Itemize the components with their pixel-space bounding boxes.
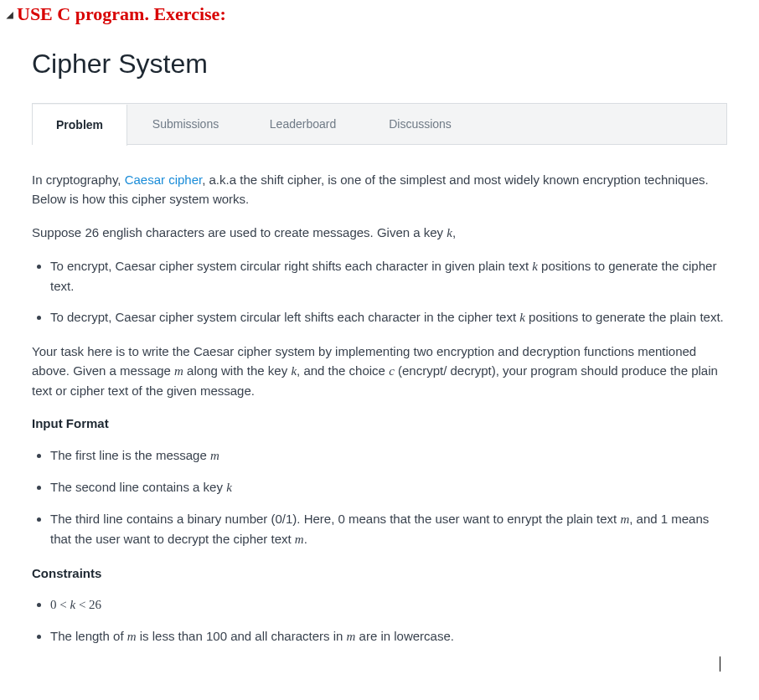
constraint-k-range: 0 < k < 26 <box>50 594 727 615</box>
var-m: m <box>174 364 183 378</box>
tab-submissions[interactable]: Submissions <box>127 104 245 144</box>
var-m: m <box>127 630 137 643</box>
var-k: k <box>226 481 232 494</box>
input-format-list: The first line is the message m The seco… <box>32 445 727 550</box>
input-line2: The second line contains a key k <box>50 477 727 497</box>
var-m: m <box>620 512 629 526</box>
operation-list: To encrypt, Caesar cipher system circula… <box>32 256 727 328</box>
instruction-bar: ◢ USE C program. Exercise: <box>0 0 759 28</box>
var-k: k <box>519 311 525 324</box>
var-k: k <box>532 260 538 273</box>
suppose-paragraph: Suppose 26 english characters are used t… <box>32 223 727 243</box>
var-m: m <box>347 630 356 643</box>
math-k-range: 0 < k < 26 <box>50 598 101 611</box>
tab-bar: Problem Submissions Leaderboard Discussi… <box>32 103 727 144</box>
caesar-cipher-link[interactable]: Caesar cipher <box>125 172 203 187</box>
tab-leaderboard[interactable]: Leaderboard <box>245 104 362 144</box>
constraints-list: 0 < k < 26 The length of m is less than … <box>32 594 727 647</box>
text-cursor-icon <box>720 656 720 672</box>
expand-toggle-icon[interactable]: ◢ <box>7 10 13 19</box>
intro-paragraph: In cryptography, Caesar cipher, a.k.a th… <box>32 170 727 209</box>
constraint-length: The length of m is less than 100 and all… <box>50 626 727 646</box>
input-format-heading: Input Format <box>32 414 727 433</box>
tab-problem[interactable]: Problem <box>33 105 127 146</box>
var-k: k <box>447 226 452 239</box>
var-m: m <box>295 533 304 546</box>
problem-body: In cryptography, Caesar cipher, a.k.a th… <box>32 145 727 646</box>
var-m: m <box>210 449 219 462</box>
input-line3: The third line contains a binary number … <box>50 509 727 550</box>
var-c: c <box>389 364 395 378</box>
encrypt-bullet: To encrypt, Caesar cipher system circula… <box>50 256 727 296</box>
task-paragraph: Your task here is to write the Caesar ci… <box>32 342 727 401</box>
constraints-heading: Constraints <box>32 564 727 583</box>
instruction-text: USE C program. Exercise: <box>17 3 226 25</box>
page-title: Cipher System <box>32 49 727 80</box>
content-wrap: Cipher System Problem Submissions Leader… <box>0 28 759 677</box>
tab-discussions[interactable]: Discussions <box>362 104 479 144</box>
decrypt-bullet: To decrypt, Caesar cipher system circula… <box>50 307 727 327</box>
input-line1: The first line is the message m <box>50 445 727 466</box>
